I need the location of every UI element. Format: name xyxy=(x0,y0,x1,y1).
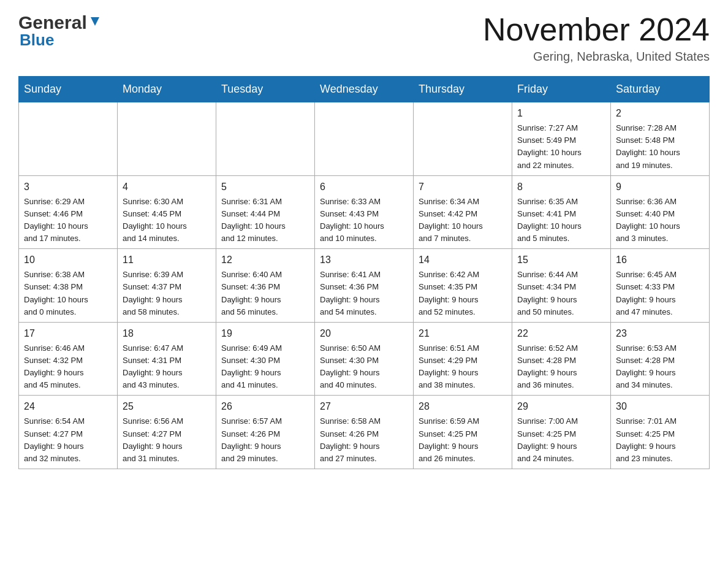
day-number: 15 xyxy=(517,253,605,267)
svg-marker-0 xyxy=(91,17,99,26)
calendar-cell: 26Sunrise: 6:57 AMSunset: 4:26 PMDayligh… xyxy=(216,396,315,469)
calendar-cell: 14Sunrise: 6:42 AMSunset: 4:35 PMDayligh… xyxy=(414,249,512,323)
day-info: Sunrise: 6:50 AMSunset: 4:30 PMDaylight:… xyxy=(320,343,381,389)
day-info: Sunrise: 6:59 AMSunset: 4:25 PMDaylight:… xyxy=(419,416,479,462)
calendar-cell xyxy=(414,102,512,176)
page-header: General Blue November 2024 Gering, Nebra… xyxy=(18,12,710,64)
day-info: Sunrise: 6:29 AMSunset: 4:46 PMDaylight:… xyxy=(24,197,88,243)
day-number: 25 xyxy=(123,399,211,414)
day-number: 18 xyxy=(123,326,211,341)
day-of-week-header: Friday xyxy=(512,77,611,102)
day-info: Sunrise: 7:00 AMSunset: 4:25 PMDaylight:… xyxy=(517,416,578,462)
month-title: November 2024 xyxy=(483,12,710,47)
day-number: 24 xyxy=(24,399,112,414)
day-of-week-header: Wednesday xyxy=(315,77,414,102)
day-number: 19 xyxy=(221,326,309,341)
calendar-cell: 18Sunrise: 6:47 AMSunset: 4:31 PMDayligh… xyxy=(118,322,216,396)
day-number: 29 xyxy=(517,399,605,414)
day-info: Sunrise: 7:01 AMSunset: 4:25 PMDaylight:… xyxy=(616,416,677,462)
calendar-cell: 15Sunrise: 6:44 AMSunset: 4:34 PMDayligh… xyxy=(512,249,611,323)
day-info: Sunrise: 6:34 AMSunset: 4:42 PMDaylight:… xyxy=(419,197,483,243)
day-info: Sunrise: 6:54 AMSunset: 4:27 PMDaylight:… xyxy=(24,416,85,462)
day-number: 30 xyxy=(616,399,704,414)
logo: General Blue xyxy=(18,12,102,50)
day-info: Sunrise: 6:58 AMSunset: 4:26 PMDaylight:… xyxy=(320,416,381,462)
calendar-cell: 13Sunrise: 6:41 AMSunset: 4:36 PMDayligh… xyxy=(315,249,414,323)
calendar-cell: 24Sunrise: 6:54 AMSunset: 4:27 PMDayligh… xyxy=(19,396,118,469)
calendar-week-row: 3Sunrise: 6:29 AMSunset: 4:46 PMDaylight… xyxy=(19,175,710,249)
day-number: 27 xyxy=(320,399,408,414)
day-of-week-header: Monday xyxy=(118,77,216,102)
calendar-cell xyxy=(118,102,216,176)
calendar-cell: 17Sunrise: 6:46 AMSunset: 4:32 PMDayligh… xyxy=(19,322,118,396)
day-number: 8 xyxy=(517,180,605,194)
calendar-cell: 8Sunrise: 6:35 AMSunset: 4:41 PMDaylight… xyxy=(512,175,611,249)
day-info: Sunrise: 6:39 AMSunset: 4:37 PMDaylight:… xyxy=(123,270,183,316)
calendar-cell: 11Sunrise: 6:39 AMSunset: 4:37 PMDayligh… xyxy=(118,249,216,323)
day-number: 22 xyxy=(517,326,605,341)
day-number: 4 xyxy=(123,180,211,194)
day-of-week-header: Sunday xyxy=(19,77,118,102)
day-info: Sunrise: 6:33 AMSunset: 4:43 PMDaylight:… xyxy=(320,197,384,243)
day-number: 2 xyxy=(616,106,704,121)
calendar-cell: 9Sunrise: 6:36 AMSunset: 4:40 PMDaylight… xyxy=(611,175,710,249)
day-info: Sunrise: 6:30 AMSunset: 4:45 PMDaylight:… xyxy=(123,197,187,243)
day-info: Sunrise: 6:51 AMSunset: 4:29 PMDaylight:… xyxy=(419,343,479,389)
day-info: Sunrise: 6:46 AMSunset: 4:32 PMDaylight:… xyxy=(24,343,85,389)
day-number: 10 xyxy=(24,253,112,267)
calendar-cell xyxy=(315,102,414,176)
logo-general-text: General xyxy=(18,12,87,33)
day-info: Sunrise: 6:52 AMSunset: 4:28 PMDaylight:… xyxy=(517,343,578,389)
day-number: 12 xyxy=(221,253,309,267)
calendar-cell: 20Sunrise: 6:50 AMSunset: 4:30 PMDayligh… xyxy=(315,322,414,396)
day-info: Sunrise: 6:35 AMSunset: 4:41 PMDaylight:… xyxy=(517,197,582,243)
day-info: Sunrise: 7:27 AMSunset: 5:49 PMDaylight:… xyxy=(517,123,582,169)
calendar-week-row: 17Sunrise: 6:46 AMSunset: 4:32 PMDayligh… xyxy=(19,322,710,396)
calendar-cell: 30Sunrise: 7:01 AMSunset: 4:25 PMDayligh… xyxy=(611,396,710,469)
day-info: Sunrise: 6:53 AMSunset: 4:28 PMDaylight:… xyxy=(616,343,677,389)
day-number: 11 xyxy=(123,253,211,267)
title-section: November 2024 Gering, Nebraska, United S… xyxy=(483,12,710,64)
calendar-cell: 22Sunrise: 6:52 AMSunset: 4:28 PMDayligh… xyxy=(512,322,611,396)
day-info: Sunrise: 6:56 AMSunset: 4:27 PMDaylight:… xyxy=(123,416,183,462)
day-number: 26 xyxy=(221,399,309,414)
day-number: 21 xyxy=(419,326,507,341)
calendar-week-row: 1Sunrise: 7:27 AMSunset: 5:49 PMDaylight… xyxy=(19,102,710,176)
location-text: Gering, Nebraska, United States xyxy=(483,50,710,64)
day-number: 9 xyxy=(616,180,704,194)
calendar-header-row: SundayMondayTuesdayWednesdayThursdayFrid… xyxy=(19,77,710,102)
calendar-cell: 23Sunrise: 6:53 AMSunset: 4:28 PMDayligh… xyxy=(611,322,710,396)
calendar-cell: 16Sunrise: 6:45 AMSunset: 4:33 PMDayligh… xyxy=(611,249,710,323)
day-info: Sunrise: 6:40 AMSunset: 4:36 PMDaylight:… xyxy=(221,270,282,316)
calendar-cell: 3Sunrise: 6:29 AMSunset: 4:46 PMDaylight… xyxy=(19,175,118,249)
day-info: Sunrise: 6:38 AMSunset: 4:38 PMDaylight:… xyxy=(24,270,88,316)
day-number: 1 xyxy=(517,106,605,121)
day-number: 13 xyxy=(320,253,408,267)
day-info: Sunrise: 6:44 AMSunset: 4:34 PMDaylight:… xyxy=(517,270,578,316)
calendar-cell xyxy=(19,102,118,176)
calendar-week-row: 10Sunrise: 6:38 AMSunset: 4:38 PMDayligh… xyxy=(19,249,710,323)
day-of-week-header: Tuesday xyxy=(216,77,315,102)
calendar-cell: 10Sunrise: 6:38 AMSunset: 4:38 PMDayligh… xyxy=(19,249,118,323)
day-info: Sunrise: 6:42 AMSunset: 4:35 PMDaylight:… xyxy=(419,270,479,316)
calendar-cell: 27Sunrise: 6:58 AMSunset: 4:26 PMDayligh… xyxy=(315,396,414,469)
calendar-week-row: 24Sunrise: 6:54 AMSunset: 4:27 PMDayligh… xyxy=(19,396,710,469)
logo-blue-text: Blue xyxy=(18,31,54,50)
day-number: 17 xyxy=(24,326,112,341)
calendar-cell: 19Sunrise: 6:49 AMSunset: 4:30 PMDayligh… xyxy=(216,322,315,396)
day-info: Sunrise: 6:41 AMSunset: 4:36 PMDaylight:… xyxy=(320,270,381,316)
day-info: Sunrise: 6:31 AMSunset: 4:44 PMDaylight:… xyxy=(221,197,286,243)
day-info: Sunrise: 6:36 AMSunset: 4:40 PMDaylight:… xyxy=(616,197,680,243)
day-number: 14 xyxy=(419,253,507,267)
calendar-cell: 6Sunrise: 6:33 AMSunset: 4:43 PMDaylight… xyxy=(315,175,414,249)
calendar-cell: 7Sunrise: 6:34 AMSunset: 4:42 PMDaylight… xyxy=(414,175,512,249)
calendar-cell: 21Sunrise: 6:51 AMSunset: 4:29 PMDayligh… xyxy=(414,322,512,396)
day-number: 6 xyxy=(320,180,408,194)
calendar-cell: 28Sunrise: 6:59 AMSunset: 4:25 PMDayligh… xyxy=(414,396,512,469)
day-info: Sunrise: 6:45 AMSunset: 4:33 PMDaylight:… xyxy=(616,270,677,316)
day-number: 23 xyxy=(616,326,704,341)
day-number: 5 xyxy=(221,180,309,194)
calendar-cell: 1Sunrise: 7:27 AMSunset: 5:49 PMDaylight… xyxy=(512,102,611,176)
calendar-cell xyxy=(216,102,315,176)
day-info: Sunrise: 7:28 AMSunset: 5:48 PMDaylight:… xyxy=(616,123,680,169)
